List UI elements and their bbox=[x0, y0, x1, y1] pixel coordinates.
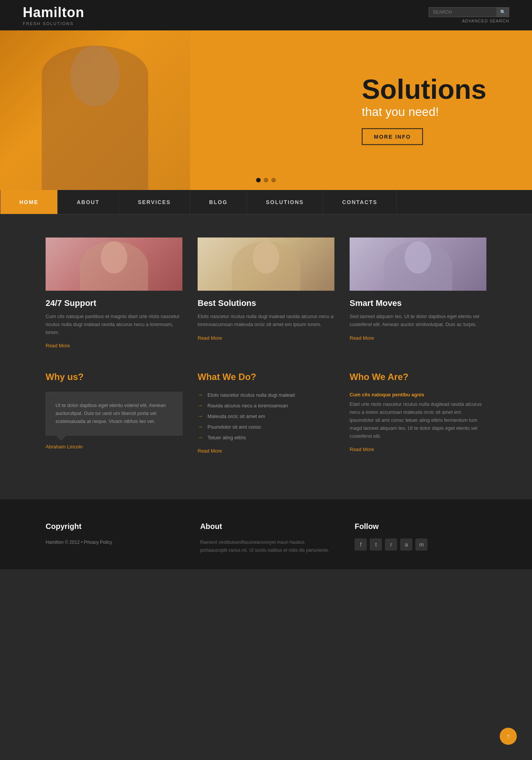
nav-item-blog[interactable]: BLOG bbox=[190, 190, 247, 214]
feature-readmore-3[interactable]: Read More bbox=[350, 335, 374, 341]
feature-text-2: Etots nascetur riculus nulla dugi malead… bbox=[198, 313, 334, 329]
dot-3[interactable] bbox=[271, 178, 276, 182]
who-we-are-readmore[interactable]: Read More bbox=[350, 446, 374, 452]
list-item-text-5: Tetuer aling elitris bbox=[207, 435, 246, 440]
hero-subtitle: that you need! bbox=[362, 105, 486, 119]
feature-row: 24/7 Support Cum clis natoque pantibus e… bbox=[46, 238, 486, 349]
dot-1[interactable] bbox=[256, 178, 261, 182]
nav-item-solutions[interactable]: SOLUTIONS bbox=[247, 190, 323, 214]
what-we-do-readmore[interactable]: Read More bbox=[198, 448, 334, 454]
arrow-icon-2: → bbox=[198, 402, 203, 408]
advanced-search-link[interactable]: ADVANCED SEARCH bbox=[462, 19, 509, 23]
social-icon-audio[interactable]: a bbox=[400, 538, 412, 551]
main-nav: HOME ABOUT SERVICES BLOG SOLUTIONS CONTA… bbox=[0, 190, 532, 215]
who-text: Elart urle ntots nascetur riculus nulla … bbox=[350, 401, 486, 440]
who-we-are-title: Who We Are? bbox=[350, 372, 486, 382]
logo: Hamilton FRESH SOLUTIONS bbox=[23, 5, 84, 26]
hero-section: Solutions that you need! MORE INFO bbox=[0, 30, 532, 190]
list-item-3: → Maleuda orcic sit amet em bbox=[198, 413, 334, 419]
nav-item-about[interactable]: ABOUT bbox=[58, 190, 119, 214]
feature-image-3 bbox=[350, 238, 486, 291]
search-button[interactable]: 🔍 bbox=[497, 7, 509, 17]
social-icon-twitter[interactable]: t bbox=[370, 538, 382, 551]
why-us-title: Why us? bbox=[46, 372, 182, 382]
feature-text-1: Cum clis natoque pantibus et magnis diar… bbox=[46, 313, 182, 336]
footer-row: Copyright Hamilton © 2012 • Privacy Poli… bbox=[46, 522, 486, 554]
quote-text: Ut te dolor dapibus eget elentu volend e… bbox=[55, 402, 173, 425]
social-icon-mail[interactable]: m bbox=[415, 538, 428, 551]
logo-title: Hamilton bbox=[23, 5, 84, 21]
list-item-2: → Ravida atcurus necu a loremoamsan bbox=[198, 402, 334, 408]
list-item-text-2: Ravida atcurus necu a loremoamsan bbox=[207, 403, 288, 408]
hero-content: Solutions that you need! MORE INFO bbox=[362, 76, 486, 145]
footer-copyright-col: Copyright Hamilton © 2012 • Privacy Poli… bbox=[46, 522, 177, 554]
feature-title-1: 24/7 Support bbox=[46, 298, 182, 308]
search-row: 🔍 bbox=[429, 7, 509, 17]
feature-text-3: Sed laoreet aliquam leo. Ut te dolor dap… bbox=[350, 313, 486, 329]
list-item-1: → Etots nascetur riculus nulla dugi male… bbox=[198, 392, 334, 398]
feature-image-1 bbox=[46, 238, 182, 291]
why-us-section: Why us? Ut te dolor dapibus eget elentu … bbox=[46, 372, 182, 454]
arrow-icon-1: → bbox=[198, 392, 203, 398]
nav-item-home[interactable]: HOME bbox=[0, 190, 58, 214]
arrow-icon-4: → bbox=[198, 424, 203, 430]
hero-title: Solutions bbox=[362, 76, 486, 103]
list-item-text-4: Psumdolor sit amt consc bbox=[207, 424, 261, 430]
hero-more-info-button[interactable]: MORE INFO bbox=[362, 128, 423, 145]
footer-about-text: Raesent vestibuluesfilausneanonoyet maur… bbox=[200, 538, 332, 554]
what-we-do-list: → Etots nascetur riculus nulla dugi male… bbox=[198, 392, 334, 440]
what-we-do-title: What We Do? bbox=[198, 372, 334, 382]
logo-subtitle: FRESH SOLUTIONS bbox=[23, 21, 84, 26]
feature-readmore-2[interactable]: Read More bbox=[198, 335, 222, 341]
social-icons-row: f t r a m bbox=[355, 538, 486, 551]
list-item-text-3: Maleuda orcic sit amet em bbox=[207, 413, 265, 419]
feature-card-2: Best Solutions Etots nascetur riculus nu… bbox=[198, 238, 334, 349]
nav-item-contacts[interactable]: CONTACTS bbox=[323, 190, 397, 214]
quote-author[interactable]: Abraham Lincoln bbox=[46, 444, 83, 450]
feature-image-2 bbox=[198, 238, 334, 291]
social-icon-facebook[interactable]: f bbox=[355, 538, 367, 551]
footer-about-title: About bbox=[200, 522, 332, 531]
search-input[interactable] bbox=[429, 7, 497, 17]
arrow-icon-3: → bbox=[198, 413, 203, 419]
list-item-text-1: Etots nascetur riculus nulla dugi malead bbox=[207, 392, 295, 398]
hero-dots bbox=[256, 178, 276, 182]
social-icon-rss[interactable]: r bbox=[385, 538, 397, 551]
middle-row: Why us? Ut te dolor dapibus eget elentu … bbox=[46, 372, 486, 454]
arrow-icon-5: → bbox=[198, 434, 203, 440]
list-item-5: → Tetuer aling elitris bbox=[198, 434, 334, 440]
footer-copyright-link[interactable]: Hamilton © 2012 • Privacy Policy bbox=[46, 540, 112, 545]
footer-follow-col: Follow f t r a m bbox=[355, 522, 486, 554]
footer-copyright-title: Copyright bbox=[46, 522, 177, 531]
footer: Copyright Hamilton © 2012 • Privacy Poli… bbox=[0, 499, 532, 569]
who-we-are-section: Who We Are? Cum clis natoque pentibu agn… bbox=[350, 372, 486, 454]
feature-title-2: Best Solutions bbox=[198, 298, 334, 308]
quote-box: Ut te dolor dapibus eget elentu volend e… bbox=[46, 392, 182, 435]
footer-about-col: About Raesent vestibuluesfilausneanonoye… bbox=[200, 522, 332, 554]
feature-readmore-1[interactable]: Read More bbox=[46, 343, 70, 348]
main-section: 24/7 Support Cum clis natoque pantibus e… bbox=[0, 215, 532, 499]
feature-card-1: 24/7 Support Cum clis natoque pantibus e… bbox=[46, 238, 182, 349]
what-we-do-section: What We Do? → Etots nascetur riculus nul… bbox=[198, 372, 334, 454]
footer-copyright-text: Hamilton © 2012 • Privacy Policy bbox=[46, 538, 177, 546]
search-area: 🔍 ADVANCED SEARCH bbox=[429, 7, 509, 23]
nav-item-services[interactable]: SERVICES bbox=[119, 190, 190, 214]
footer-follow-title: Follow bbox=[355, 522, 486, 531]
header: Hamilton FRESH SOLUTIONS 🔍 ADVANCED SEAR… bbox=[0, 0, 532, 30]
who-bold-text: Cum clis natoque pentibu agnis bbox=[350, 392, 486, 397]
feature-title-3: Smart Moves bbox=[350, 298, 486, 308]
list-item-4: → Psumdolor sit amt consc bbox=[198, 424, 334, 430]
feature-card-3: Smart Moves Sed laoreet aliquam leo. Ut … bbox=[350, 238, 486, 349]
dot-2[interactable] bbox=[264, 178, 268, 182]
hero-person-image bbox=[0, 30, 190, 190]
